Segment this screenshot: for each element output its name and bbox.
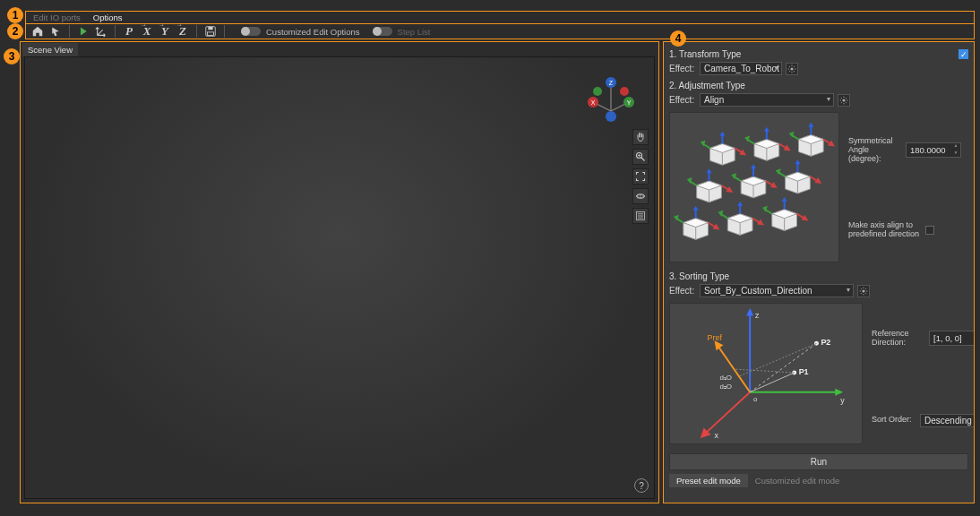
svg-marker-39 bbox=[764, 127, 769, 132]
parameters-panel: 1. Transform Type ✓ Effect: Camera_To_Ro… bbox=[663, 41, 975, 503]
reference-direction-input[interactable]: [1, 0, 0] bbox=[929, 331, 975, 346]
sort-order-combo[interactable]: Descending bbox=[920, 414, 975, 427]
sort-effect-combo[interactable]: Sort_By_Custom_Direction bbox=[700, 284, 854, 297]
svg-point-24 bbox=[790, 67, 793, 70]
svg-marker-48 bbox=[808, 123, 813, 127]
toolbar-separator bbox=[196, 25, 197, 38]
toolbar-separator bbox=[224, 25, 225, 38]
svg-text:X: X bbox=[591, 99, 596, 106]
svg-text:Pref: Pref bbox=[708, 333, 723, 342]
tab-customized-edit-mode[interactable]: Customized edit mode bbox=[748, 474, 847, 487]
svg-text:P2: P2 bbox=[821, 338, 830, 347]
svg-text:d₂O: d₂O bbox=[719, 383, 732, 391]
transform-type-checkbox[interactable]: ✓ bbox=[959, 49, 968, 59]
svg-line-114 bbox=[704, 392, 751, 435]
svg-text:Z: Z bbox=[609, 80, 614, 86]
section-adjustment-type: 2. Adjustment Type bbox=[669, 81, 968, 90]
axes-button[interactable] bbox=[93, 24, 109, 39]
pointer-button[interactable] bbox=[47, 24, 64, 39]
list-tool[interactable] bbox=[632, 208, 649, 224]
symmetrical-angle-spinner[interactable]: ▲▼ bbox=[951, 143, 960, 157]
toggle-customized-edit[interactable] bbox=[241, 27, 261, 36]
adjust-illustration bbox=[669, 112, 839, 262]
svg-marker-66 bbox=[751, 164, 756, 168]
svg-marker-109 bbox=[746, 308, 753, 316]
svg-point-107 bbox=[862, 289, 864, 292]
adjust-settings-button[interactable] bbox=[838, 94, 850, 107]
sort-order-label: Sort Order: bbox=[872, 416, 915, 425]
axis-p-button[interactable]: P bbox=[121, 24, 137, 39]
svg-rect-2 bbox=[208, 32, 214, 36]
annotation-badge-1: 1 bbox=[7, 7, 23, 23]
main-toolbar: P →X →Y →Z Customized Edit Options Step … bbox=[25, 23, 975, 39]
svg-line-16 bbox=[641, 158, 645, 161]
svg-text:P1: P1 bbox=[799, 367, 809, 376]
home-button[interactable] bbox=[30, 24, 46, 39]
tab-edit-io[interactable]: Edit IO ports bbox=[30, 12, 84, 23]
make-axis-align-checkbox[interactable] bbox=[925, 226, 934, 235]
adjust-effect-label: Effect: bbox=[669, 95, 696, 105]
sort-illustration: z y x o Pref P1 bbox=[669, 303, 863, 444]
zoom-tool[interactable] bbox=[632, 149, 649, 165]
tab-preset-edit-mode[interactable]: Preset edit mode bbox=[669, 474, 748, 487]
svg-text:o: o bbox=[753, 395, 758, 403]
svg-point-13 bbox=[593, 87, 602, 96]
toolbar-separator bbox=[115, 25, 116, 38]
scene-view-region: Scene View Z X Y bbox=[20, 41, 659, 503]
svg-marker-57 bbox=[707, 168, 712, 173]
fit-view-tool[interactable] bbox=[632, 168, 649, 185]
svg-point-25 bbox=[842, 99, 845, 101]
transform-effect-label: Effect: bbox=[669, 64, 696, 73]
axis-x-button[interactable]: →X bbox=[139, 24, 155, 39]
transform-settings-button[interactable] bbox=[786, 63, 798, 75]
toolbar-separator bbox=[69, 25, 70, 38]
svg-marker-112 bbox=[835, 389, 843, 396]
svg-marker-30 bbox=[719, 132, 725, 136]
svg-text:z: z bbox=[755, 311, 760, 320]
toggle-step-list-label: Step List bbox=[398, 27, 431, 37]
scene-side-toolbar bbox=[632, 129, 649, 224]
sort-effect-label: Effect: bbox=[669, 286, 696, 296]
help-button[interactable]: ? bbox=[634, 478, 649, 493]
svg-point-14 bbox=[620, 87, 629, 96]
toggle-customized-edit-label: Customized Edit Options bbox=[266, 27, 360, 37]
tab-options[interactable]: Options bbox=[90, 12, 126, 23]
adjust-effect-combo[interactable]: Align bbox=[700, 93, 834, 107]
orientation-gizmo[interactable]: Z X Y bbox=[584, 73, 638, 127]
svg-marker-75 bbox=[795, 159, 801, 164]
section-sorting-type: 3. Sorting Type bbox=[669, 271, 968, 281]
svg-marker-93 bbox=[737, 202, 743, 206]
section-transform-type: 1. Transform Type ✓ bbox=[669, 49, 968, 59]
svg-line-127 bbox=[734, 369, 794, 373]
annotation-badge-3: 3 bbox=[4, 48, 20, 64]
svg-marker-102 bbox=[782, 197, 787, 202]
reference-direction-label: Reference Direction: bbox=[872, 330, 924, 348]
transform-effect-combo[interactable]: Camera_To_Robot bbox=[700, 62, 782, 75]
svg-text:y: y bbox=[840, 396, 845, 405]
pan-tool[interactable] bbox=[632, 129, 649, 145]
scene-viewport[interactable]: Z X Y bbox=[24, 56, 655, 499]
axis-y-button[interactable]: →Y bbox=[157, 24, 173, 39]
grid-tool[interactable] bbox=[632, 188, 649, 204]
svg-text:d₁O: d₁O bbox=[719, 374, 732, 382]
play-button[interactable] bbox=[75, 24, 91, 39]
svg-marker-84 bbox=[693, 206, 699, 211]
editor-tabs: Edit IO ports Options bbox=[25, 11, 975, 23]
tab-scene-view[interactable]: Scene View bbox=[22, 43, 78, 56]
sort-settings-button[interactable] bbox=[857, 285, 870, 297]
axis-z-button[interactable]: →Z bbox=[175, 24, 191, 39]
run-button[interactable]: Run bbox=[669, 453, 968, 470]
edit-mode-tabs: Preset edit mode Customized edit mode bbox=[669, 474, 968, 487]
toggle-step-list[interactable] bbox=[373, 27, 392, 36]
make-axis-align-label: Make axis align to predefined direction bbox=[848, 221, 920, 239]
svg-point-12 bbox=[606, 111, 616, 122]
annotation-badge-4: 4 bbox=[670, 30, 686, 47]
svg-rect-1 bbox=[208, 27, 212, 30]
symmetrical-angle-label: Symmetrical Angle (degree): bbox=[848, 137, 900, 164]
svg-text:x: x bbox=[715, 431, 719, 440]
svg-text:Y: Y bbox=[627, 99, 632, 106]
save-icon-button[interactable] bbox=[202, 24, 219, 39]
annotation-badge-2: 2 bbox=[7, 23, 23, 39]
